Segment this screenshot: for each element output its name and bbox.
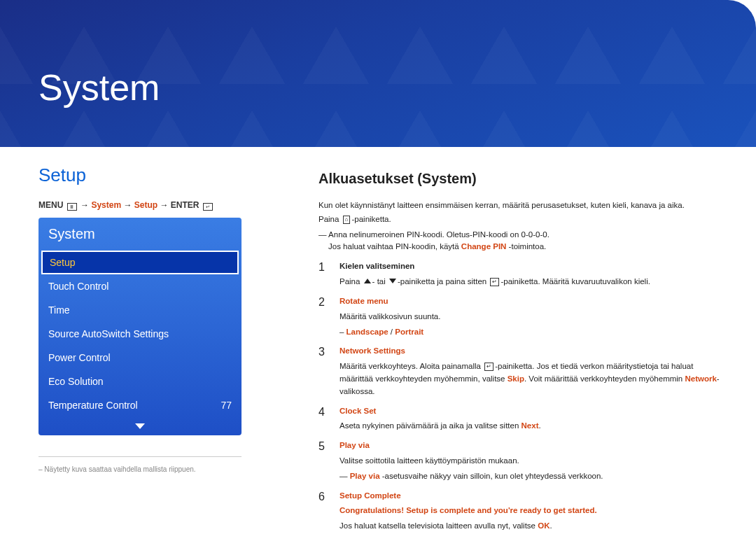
- menu-item-label: Source AutoSwitch Settings: [48, 328, 169, 339]
- menu-item-source-autoswitch[interactable]: Source AutoSwitch Settings: [38, 322, 241, 346]
- menu-item-time[interactable]: Time: [38, 298, 241, 322]
- osd-menu: System Setup Touch Control Time Source A…: [38, 218, 241, 435]
- step-3: 3 Network Settings Määritä verkkoyhteys.…: [318, 345, 728, 398]
- chevron-down-icon: [135, 423, 145, 429]
- right-column: Alkuasetukset (System) Kun olet käynnist…: [318, 168, 728, 533]
- step-number: 6: [318, 490, 327, 533]
- breadcrumb: MENU Ⅲ → System → Setup → ENTER ↵: [38, 200, 276, 211]
- menu-icon: Ⅲ: [67, 203, 77, 211]
- enter-icon: ↵: [490, 278, 499, 286]
- step-congrats: Congratulations! Setup is complete and y…: [340, 505, 728, 517]
- menu-item-eco-solution[interactable]: Eco Solution: [38, 370, 241, 393]
- menu-item-label: Setup: [50, 257, 76, 268]
- step-body: Jos haluat katsella televisiota laitteen…: [340, 520, 728, 533]
- home-icon: ⌂: [343, 216, 351, 224]
- step-title: Play via: [340, 440, 728, 452]
- step-title: Rotate menu: [340, 295, 728, 308]
- step-title: Kielen valitseminen: [340, 260, 728, 273]
- menu-item-label: Touch Control: [48, 281, 108, 292]
- step-6: 6 Setup Complete Congratulations! Setup …: [318, 490, 728, 533]
- step-title: Network Settings: [340, 345, 728, 358]
- menu-item-label: Temperature Control: [48, 400, 138, 411]
- menu-item-setup[interactable]: Setup: [41, 251, 239, 274]
- step-note: ― Play via -asetusvaihe näkyy vain sillo…: [340, 470, 728, 483]
- arrow-icon: →: [123, 200, 132, 210]
- step-options: – Landscape / Portrait: [340, 326, 728, 339]
- menu-scroll-down[interactable]: [38, 417, 241, 433]
- divider: [38, 456, 241, 457]
- step-body: Paina - tai -painiketta ja paina sitten …: [340, 276, 728, 288]
- step-5: 5 Play via Valitse soittotila laitteen k…: [318, 440, 728, 482]
- left-column: Setup MENU Ⅲ → System → Setup → ENTER ↵ …: [38, 164, 276, 473]
- breadcrumb-menu: MENU: [38, 200, 63, 210]
- menu-item-touch-control[interactable]: Touch Control: [38, 274, 241, 298]
- content-title: Alkuasetukset (System): [318, 168, 728, 190]
- menu-item-power-control[interactable]: Power Control: [38, 346, 241, 370]
- menu-item-label: Time: [48, 304, 70, 316]
- pin-note: Anna nelinumeroinen PIN-koodi. Oletus-PI…: [318, 229, 728, 241]
- menu-item-label: Eco Solution: [48, 376, 104, 387]
- intro-text: Paina ⌂-painiketta.: [318, 213, 728, 226]
- menu-item-label: Power Control: [48, 352, 111, 363]
- step-body: Valitse soittotila laitteen käyttöympäri…: [340, 455, 728, 468]
- step-number: 2: [318, 295, 327, 338]
- up-icon: [364, 279, 371, 283]
- pin-note: Jos haluat vaihtaa PIN-koodin, käytä Cha…: [318, 241, 728, 253]
- step-title: Clock Set: [340, 405, 728, 418]
- enter-icon: ↵: [203, 203, 213, 211]
- down-icon: [389, 279, 396, 283]
- step-1: 1 Kielen valitseminen Paina - tai -paini…: [318, 260, 728, 288]
- step-4: 4 Clock Set Aseta nykyinen päivämäärä ja…: [318, 405, 728, 433]
- step-body: Määritä verkkoyhteys. Aloita painamalla …: [340, 360, 728, 398]
- step-body: Aseta nykyinen päivämäärä ja aika ja val…: [340, 420, 728, 433]
- step-body: Määritä valikkosivun suunta.: [340, 311, 728, 323]
- breadcrumb-setup: Setup: [134, 200, 158, 210]
- steps-list: 1 Kielen valitseminen Paina - tai -paini…: [318, 260, 728, 533]
- osd-menu-header: System: [38, 218, 241, 251]
- breadcrumb-system: System: [91, 200, 121, 210]
- breadcrumb-enter: ENTER: [171, 200, 200, 210]
- menu-item-temperature-control[interactable]: Temperature Control 77: [38, 393, 241, 417]
- step-number: 5: [318, 440, 327, 482]
- step-2: 2 Rotate menu Määritä valikkosivun suunt…: [318, 295, 728, 338]
- step-number: 3: [318, 345, 327, 398]
- section-heading: Setup: [38, 164, 276, 186]
- step-number: 1: [318, 260, 327, 288]
- step-number: 4: [318, 405, 327, 433]
- hero-banner: System: [0, 0, 756, 147]
- step-title: Setup Complete: [340, 490, 728, 503]
- intro-text: Kun olet käynnistänyt laitteen ensimmäis…: [318, 199, 728, 212]
- menu-item-value: 77: [220, 400, 232, 411]
- page-title: System: [38, 66, 160, 108]
- footnote: – Näytetty kuva saattaa vaihdella mallis…: [38, 465, 276, 473]
- arrow-icon: →: [80, 200, 89, 210]
- arrow-icon: →: [160, 200, 168, 210]
- enter-icon: ↵: [484, 363, 493, 371]
